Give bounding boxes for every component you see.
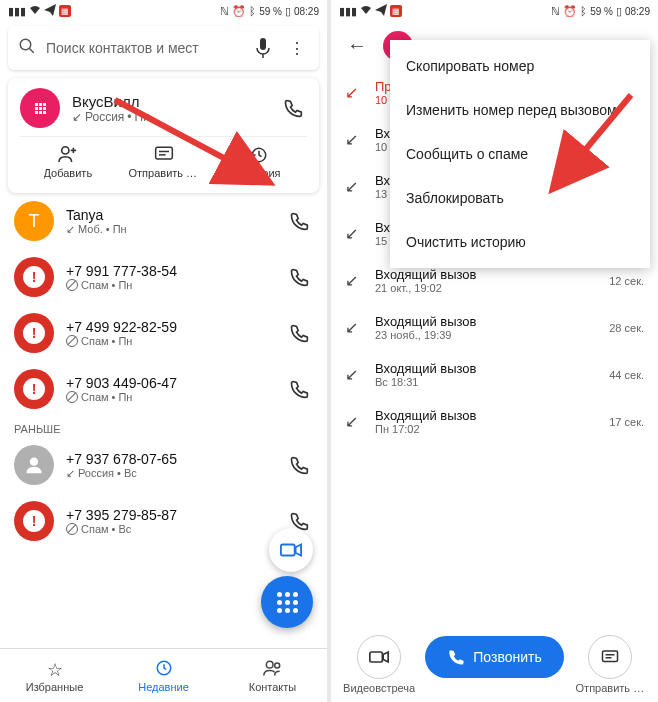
history-duration: 12 сек.: [609, 275, 644, 287]
history-sub: 21 окт., 19:02: [375, 282, 597, 294]
spam-avatar: !: [14, 257, 54, 297]
menu-edit[interactable]: Изменить номер перед вызовом: [390, 88, 650, 132]
message-label: Отправить со…: [129, 167, 199, 179]
nfc-icon: ℕ: [551, 5, 560, 18]
message-button[interactable]: [588, 635, 632, 679]
history-title: Входящий вызов: [375, 314, 597, 329]
status-bar: ▮▮▮ ▦ ℕ ⏰ ᛒ 59 % ▯ 08:29: [331, 0, 658, 22]
svg-rect-17: [370, 652, 383, 662]
svg-point-0: [20, 39, 31, 50]
building-icon: [35, 103, 46, 114]
call-button[interactable]: [285, 319, 313, 347]
nav-label: Контакты: [249, 681, 297, 693]
call-name: Tanya: [66, 207, 273, 223]
search-bar[interactable]: ⋮: [8, 26, 319, 70]
highlight-sub: ↙ Россия • Пн: [72, 110, 267, 124]
star-icon: ☆: [47, 659, 63, 679]
clock-icon: [155, 659, 173, 679]
call-button[interactable]: [279, 94, 307, 122]
history-duration: 17 сек.: [609, 416, 644, 428]
menu-report-spam[interactable]: Сообщить о спаме: [390, 132, 650, 176]
telegram-icon: [44, 4, 56, 18]
bluetooth-icon: ᛒ: [249, 5, 256, 17]
history-row[interactable]: ↙ Входящий вызов23 нояб., 19:39 28 сек.: [331, 304, 658, 351]
nav-label: Избранные: [26, 681, 84, 693]
nav-recent[interactable]: Недавние: [109, 649, 218, 702]
spam-avatar: !: [14, 501, 54, 541]
call-meta: Спам • Вс: [66, 523, 273, 535]
call-button[interactable]: Позвонить: [425, 636, 563, 678]
call-row[interactable]: T Tanya ↙ Моб. • Пн: [0, 193, 327, 249]
send-label: Отправить …: [576, 682, 645, 694]
menu-clear-history[interactable]: Очистить историю: [390, 220, 650, 264]
svg-point-14: [274, 663, 279, 668]
video-call-button[interactable]: [357, 635, 401, 679]
call-row[interactable]: +7 937 678-07-65 ↙ Россия • Вс: [0, 437, 327, 493]
highlight-avatar: [20, 88, 60, 128]
highlight-card: ВкусВилл ↙ Россия • Пн Добавить: [8, 78, 319, 193]
alarm-icon: ⏰: [563, 5, 577, 18]
call-button[interactable]: [285, 375, 313, 403]
dialpad-fab[interactable]: [261, 576, 313, 628]
call-meta: Спам • Пн: [66, 391, 273, 403]
warning-icon: !: [23, 378, 45, 400]
block-icon: [66, 335, 78, 347]
call-row[interactable]: ! +7 499 922-82-59 Спам • Пн: [0, 305, 327, 361]
wifi-icon: [29, 5, 41, 17]
call-meta: Спам • Пн: [66, 335, 273, 347]
incoming-call-icon: ↙: [345, 224, 363, 243]
bottom-nav: ☆ Избранные Недавние Контакты: [0, 648, 327, 702]
call-name: +7 937 678-07-65: [66, 451, 273, 467]
phone-right: ▮▮▮ ▦ ℕ ⏰ ᛒ 59 % ▯ 08:29 ← ↙ Пр10 ↙ Вх10: [331, 0, 658, 702]
history-duration: 44 сек.: [609, 369, 644, 381]
add-label: Добавить: [44, 167, 93, 179]
context-menu: Скопировать номер Изменить номер перед в…: [390, 40, 650, 268]
message-action[interactable]: Отправить со…: [116, 137, 212, 187]
message-icon: [154, 145, 174, 165]
search-icon: [18, 37, 36, 59]
call-button[interactable]: [285, 207, 313, 235]
add-contact-action[interactable]: Добавить: [20, 137, 116, 187]
svg-rect-19: [602, 651, 617, 662]
menu-block[interactable]: Заблокировать: [390, 176, 650, 220]
nav-contacts[interactable]: Контакты: [218, 649, 327, 702]
signal-icon: ▮▮▮: [339, 5, 357, 18]
app-icon: ▦: [390, 5, 402, 17]
history-sub: Пн 17:02: [375, 423, 597, 435]
search-input[interactable]: [46, 40, 241, 56]
svg-rect-10: [281, 545, 295, 556]
call-name: +7 395 279-85-87: [66, 507, 273, 523]
bluetooth-icon: ᛒ: [580, 5, 587, 17]
bottom-actions: Видеовстреча Позвонить Отправить …: [331, 625, 658, 702]
contact-avatar: T: [14, 201, 54, 241]
dialpad-icon: [277, 592, 298, 613]
svg-point-9: [30, 458, 38, 466]
spam-avatar: !: [14, 369, 54, 409]
call-button[interactable]: [285, 263, 313, 291]
menu-copy[interactable]: Скопировать номер: [390, 44, 650, 88]
more-button[interactable]: ⋮: [285, 35, 309, 62]
svg-point-13: [266, 661, 273, 668]
video-fab[interactable]: [269, 528, 313, 572]
nav-favorites[interactable]: ☆ Избранные: [0, 649, 109, 702]
earlier-label: РАНЬШЕ: [0, 417, 327, 437]
history-sub: Вс 18:31: [375, 376, 597, 388]
call-meta: Спам • Пн: [66, 279, 273, 291]
history-row[interactable]: ↙ Входящий вызовВс 18:31 44 сек.: [331, 351, 658, 398]
video-label: Видеовстреча: [343, 682, 415, 694]
mic-button[interactable]: [251, 34, 275, 62]
history-action[interactable]: История: [211, 137, 307, 187]
svg-marker-18: [383, 652, 388, 662]
battery-icon: ▯: [616, 5, 622, 18]
incoming-call-icon: ↙: [345, 130, 363, 149]
history-row[interactable]: ↙ Входящий вызовПн 17:02 17 сек.: [331, 398, 658, 445]
back-button[interactable]: ←: [343, 30, 371, 61]
call-row[interactable]: ! +7 903 449-06-47 Спам • Пн: [0, 361, 327, 417]
history-sub: 23 нояб., 19:39: [375, 329, 597, 341]
incoming-call-icon: ↙: [345, 177, 363, 196]
call-row[interactable]: ! +7 991 777-38-54 Спам • Пн: [0, 249, 327, 305]
add-person-icon: [57, 145, 79, 165]
call-button[interactable]: [285, 451, 313, 479]
spam-avatar: !: [14, 313, 54, 353]
call-meta: ↙ Моб. • Пн: [66, 223, 273, 236]
